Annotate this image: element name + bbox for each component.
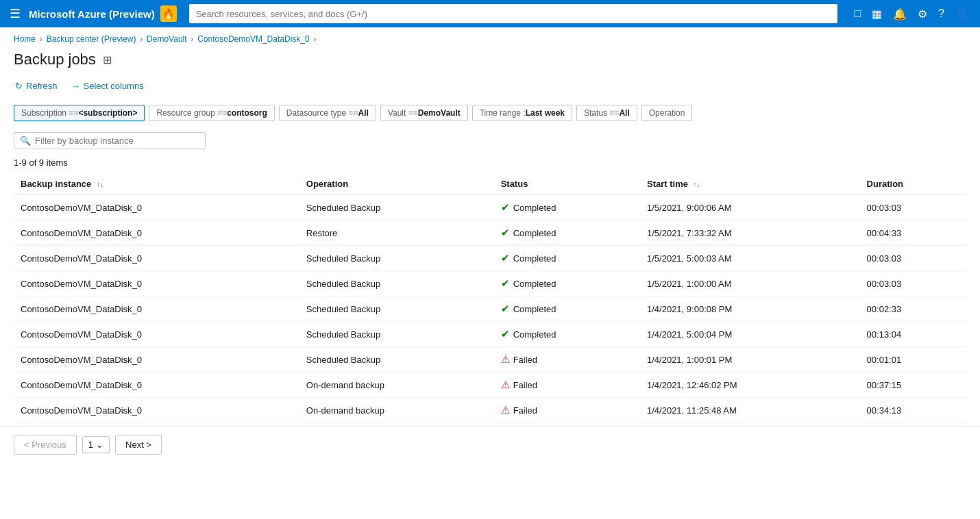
hamburger-icon[interactable]: ☰ — [7, 3, 23, 24]
breadcrumb-home[interactable]: Home — [14, 34, 36, 44]
table-row[interactable]: ContosoDemoVM_DataDisk_0 Scheduled Backu… — [14, 322, 966, 347]
col-operation: Operation — [299, 173, 494, 195]
global-search-input[interactable] — [189, 4, 838, 23]
filter-chips: Subscription == <subscription> Resource … — [0, 101, 980, 125]
cell-start-time: 1/4/2021, 5:00:04 PM — [640, 322, 860, 347]
cell-instance: ContosoDemoVM_DataDisk_0 — [14, 271, 299, 296]
items-count: 1-9 of 9 items — [0, 153, 980, 173]
filter-resource-group[interactable]: Resource group == contosorg — [149, 105, 274, 121]
completed-icon: ✔ — [501, 328, 510, 340]
failed-icon: ⚠ — [501, 353, 510, 366]
settings-icon[interactable]: ⚙ — [914, 5, 931, 23]
breadcrumb-demovault[interactable]: DemoVault — [147, 34, 186, 44]
table-row[interactable]: ContosoDemoVM_DataDisk_0 Restore ✔Comple… — [14, 220, 966, 246]
previous-button[interactable]: < Previous — [14, 435, 77, 455]
sort-icon-instance: ↑↓ — [97, 181, 103, 188]
account-icon[interactable]: 👤 — [951, 5, 973, 23]
col-status: Status — [494, 173, 640, 195]
cell-instance: ContosoDemoVM_DataDisk_0 — [14, 296, 299, 322]
cell-operation: Scheduled Backup — [299, 271, 494, 296]
next-button[interactable]: Next > — [115, 435, 162, 455]
pin-icon[interactable]: ⊞ — [103, 53, 112, 66]
filter-status[interactable]: Status == All — [576, 105, 637, 121]
cell-start-time: 1/5/2021, 5:00:03 AM — [640, 246, 860, 271]
completed-icon: ✔ — [501, 201, 510, 214]
completed-icon: ✔ — [501, 227, 510, 239]
cell-start-time: 1/4/2021, 12:46:02 PM — [640, 372, 860, 398]
notifications-icon[interactable]: 🔔 — [889, 5, 911, 23]
cell-duration: 00:01:01 — [860, 347, 966, 372]
table-row[interactable]: ContosoDemoVM_DataDisk_0 Scheduled Backu… — [14, 296, 966, 322]
page-title-row: Backup jobs ⊞ — [0, 47, 980, 75]
cell-duration: 00:03:03 — [860, 246, 966, 271]
cell-status: ✔Completed — [494, 220, 640, 246]
cell-instance: ContosoDemoVM_DataDisk_0 — [14, 372, 299, 398]
topbar-actions: □ ▦ 🔔 ⚙ ? 👤 — [850, 5, 973, 23]
table-row[interactable]: ContosoDemoVM_DataDisk_0 Scheduled Backu… — [14, 347, 966, 372]
cell-operation: Scheduled Backup — [299, 246, 494, 271]
col-start-time[interactable]: Start time ↑↓ — [640, 173, 860, 195]
cell-operation: Restore — [299, 220, 494, 246]
cell-instance: ContosoDemoVM_DataDisk_0 — [14, 398, 299, 423]
cell-instance: ContosoDemoVM_DataDisk_0 — [14, 246, 299, 271]
cell-status: ✔Completed — [494, 296, 640, 322]
breadcrumb-backup-center[interactable]: Backup center (Preview) — [47, 34, 136, 44]
breadcrumb: Home › Backup center (Preview) › DemoVau… — [0, 27, 980, 47]
cell-status: ⚠Failed — [494, 398, 640, 423]
cell-duration: 00:13:04 — [860, 322, 966, 347]
completed-icon: ✔ — [501, 303, 510, 315]
cloud-shell-icon[interactable]: ▦ — [868, 5, 886, 23]
fire-icon: 🔥 — [160, 5, 177, 22]
cell-duration: 00:37:15 — [860, 372, 966, 398]
completed-icon: ✔ — [501, 277, 510, 290]
col-backup-instance[interactable]: Backup instance ↑↓ — [14, 173, 299, 195]
completed-icon: ✔ — [501, 252, 510, 264]
search-input-wrap: 🔍 — [14, 132, 206, 149]
table-row[interactable]: ContosoDemoVM_DataDisk_0 On-demand backu… — [14, 372, 966, 398]
cell-operation: On-demand backup — [299, 398, 494, 423]
cell-status: ✔Completed — [494, 195, 640, 220]
terminal-icon[interactable]: □ — [850, 5, 865, 23]
refresh-button[interactable]: ↻ Refresh — [14, 78, 59, 94]
sort-icon-starttime: ↑↓ — [694, 181, 700, 188]
cell-status: ✔Completed — [494, 322, 640, 347]
cell-status: ⚠Failed — [494, 372, 640, 398]
table-row[interactable]: ContosoDemoVM_DataDisk_0 Scheduled Backu… — [14, 195, 966, 220]
cell-status: ✔Completed — [494, 271, 640, 296]
cell-duration: 00:04:33 — [860, 220, 966, 246]
topbar: ☰ Microsoft Azure (Preview) 🔥 □ ▦ 🔔 ⚙ ? … — [0, 0, 980, 27]
breadcrumb-disk[interactable]: ContosoDemoVM_DataDisk_0 — [197, 34, 309, 44]
filter-subscription[interactable]: Subscription == <subscription> — [14, 105, 145, 121]
search-input[interactable] — [35, 136, 199, 146]
cell-status: ✔Completed — [494, 246, 640, 271]
cell-operation: On-demand backup — [299, 372, 494, 398]
filter-vault[interactable]: Vault == DemoVault — [380, 105, 468, 121]
cell-operation: Scheduled Backup — [299, 322, 494, 347]
toolbar: ↻ Refresh → Select columns — [0, 75, 980, 101]
cell-duration: 00:03:03 — [860, 271, 966, 296]
table-wrap: Backup instance ↑↓ Operation Status Star… — [0, 173, 980, 423]
help-icon[interactable]: ? — [934, 5, 948, 23]
cell-instance: ContosoDemoVM_DataDisk_0 — [14, 347, 299, 372]
table-row[interactable]: ContosoDemoVM_DataDisk_0 Scheduled Backu… — [14, 271, 966, 296]
page-select[interactable]: 1 ⌄ — [82, 436, 110, 453]
table-header-row: Backup instance ↑↓ Operation Status Star… — [14, 173, 966, 195]
cell-duration: 00:34:13 — [860, 398, 966, 423]
cell-duration: 00:03:03 — [860, 195, 966, 220]
select-columns-button[interactable]: → Select columns — [70, 78, 145, 94]
pagination: < Previous 1 ⌄ Next > — [0, 426, 980, 463]
table-row[interactable]: ContosoDemoVM_DataDisk_0 On-demand backu… — [14, 398, 966, 423]
cell-operation: Scheduled Backup — [299, 195, 494, 220]
current-page: 1 — [88, 440, 93, 450]
chevron-down-icon: ⌄ — [96, 440, 103, 450]
cell-duration: 00:02:33 — [860, 296, 966, 322]
filter-time-range[interactable]: Time range : Last week — [472, 105, 572, 121]
page-title: Backup jobs — [14, 51, 96, 68]
table-row[interactable]: ContosoDemoVM_DataDisk_0 Scheduled Backu… — [14, 246, 966, 271]
cell-operation: Scheduled Backup — [299, 296, 494, 322]
app-title: Microsoft Azure (Preview) — [29, 8, 155, 20]
columns-icon: → — [71, 81, 80, 91]
filter-datasource-type[interactable]: Datasource type == All — [279, 105, 376, 121]
cell-instance: ContosoDemoVM_DataDisk_0 — [14, 220, 299, 246]
filter-operation[interactable]: Operation — [641, 105, 693, 121]
